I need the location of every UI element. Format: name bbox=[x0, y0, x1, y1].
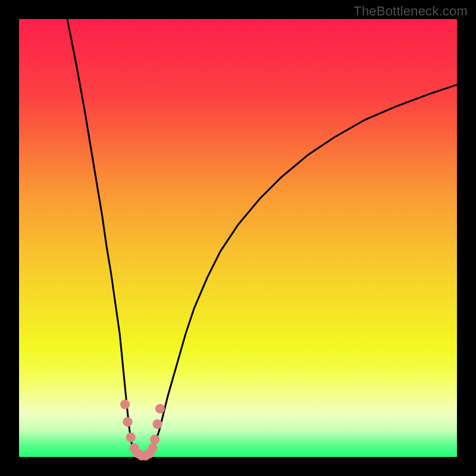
data-marker bbox=[153, 419, 162, 429]
plot-area bbox=[19, 19, 457, 457]
curve-left bbox=[67, 19, 142, 457]
curve-right bbox=[142, 84, 457, 457]
data-marker bbox=[150, 435, 159, 444]
watermark-text: TheBottleneck.com bbox=[353, 4, 468, 19]
outer-frame: TheBottleneck.com bbox=[0, 0, 476, 476]
curves-svg bbox=[19, 19, 457, 457]
marker-group bbox=[120, 400, 165, 461]
data-marker bbox=[148, 443, 157, 453]
data-marker bbox=[120, 400, 130, 409]
data-marker bbox=[123, 417, 132, 427]
data-marker bbox=[126, 433, 136, 442]
data-marker bbox=[155, 404, 165, 414]
